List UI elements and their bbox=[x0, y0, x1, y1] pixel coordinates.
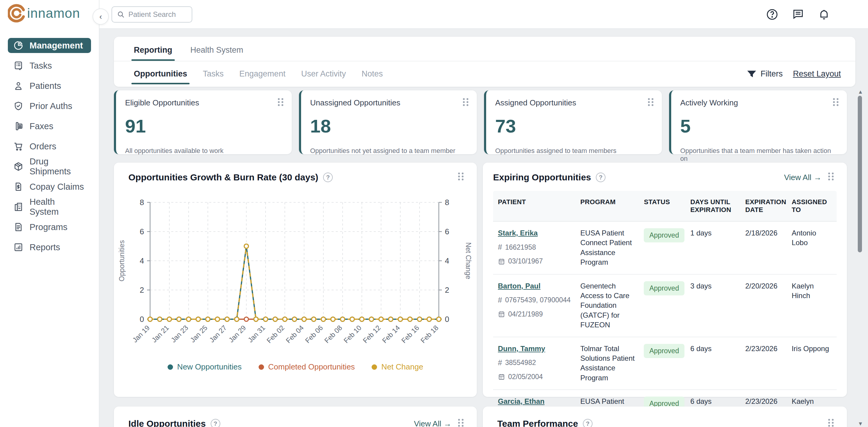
vertical-scrollbar[interactable]: ▲ ▼ bbox=[857, 89, 863, 427]
patient-name-link[interactable]: Dunn, Tammy bbox=[498, 344, 545, 353]
legend-item[interactable]: Net Change bbox=[372, 362, 423, 371]
svg-text:Opportunities: Opportunities bbox=[118, 240, 126, 282]
column-header: DAYS UNTIL EXPIRATION bbox=[685, 191, 740, 221]
idle-title: Idle Opportunities bbox=[128, 419, 206, 427]
sidebar-item-reports[interactable]: Reports bbox=[8, 240, 91, 255]
stat-description: Opportunities not yet assigned to a team… bbox=[310, 147, 468, 155]
program-cell: EUSA Patient Connect Patient Assistance … bbox=[576, 222, 639, 274]
sidebar-item-label: Health System bbox=[30, 197, 86, 217]
main-content: ReportingHealth System OpportunitiesTask… bbox=[99, 29, 868, 427]
subtab-tasks[interactable]: Tasks bbox=[203, 61, 224, 86]
program-cell: Tolmar Total Solutions Patient Assistanc… bbox=[576, 337, 639, 390]
sidebar-item-copay-claims[interactable]: Copay Claims bbox=[8, 179, 91, 194]
table-row: Stark, Erika #16621958 03/10/1967 EUSA P… bbox=[493, 222, 837, 275]
user-avatar[interactable]: AS bbox=[843, 6, 860, 23]
arrow-right-icon: → bbox=[444, 419, 452, 427]
expiring-drag-handle[interactable] bbox=[828, 172, 835, 182]
sidebar-item-prior-auths[interactable]: Prior Auths bbox=[8, 98, 91, 113]
sidebar-item-drug-shipments[interactable]: Drug Shipments bbox=[8, 159, 91, 174]
subtab-notes[interactable]: Notes bbox=[362, 61, 383, 86]
team-drag-handle[interactable] bbox=[828, 419, 835, 427]
expiring-view-all-link[interactable]: View All → bbox=[784, 173, 822, 182]
sidebar-item-label: Programs bbox=[30, 222, 67, 232]
patient-search-input[interactable] bbox=[128, 10, 183, 19]
scroll-up-arrow[interactable]: ▲ bbox=[858, 89, 863, 95]
stat-drag-handle[interactable] bbox=[278, 98, 284, 108]
view-all-label: View All bbox=[784, 173, 811, 182]
sidebar-item-programs[interactable]: Programs bbox=[8, 220, 91, 235]
topbar: 4 AS bbox=[99, 0, 868, 29]
legend-label: New Opportunities bbox=[177, 362, 242, 371]
sidebar-collapse-button[interactable]: ‹ bbox=[93, 8, 109, 25]
chart-help-icon[interactable]: ? bbox=[323, 172, 333, 182]
legend-item[interactable]: New Opportunities bbox=[167, 362, 242, 371]
patient-name-link[interactable]: Stark, Erika bbox=[498, 229, 538, 237]
reset-layout-link[interactable]: Reset Layout bbox=[793, 69, 841, 78]
chart-legend: New Opportunities Completed Opportunitie… bbox=[114, 362, 477, 371]
legend-item[interactable]: Completed Opportunities bbox=[258, 362, 355, 371]
svg-text:Jan 29: Jan 29 bbox=[227, 324, 247, 344]
scroll-down-arrow[interactable]: ▼ bbox=[858, 421, 863, 426]
filters-button[interactable]: Filters bbox=[747, 69, 783, 78]
team-performance-card: Team Performance ? bbox=[483, 406, 847, 427]
idle-drag-handle[interactable] bbox=[458, 419, 465, 427]
sidebar-item-faxes[interactable]: Faxes bbox=[8, 119, 91, 134]
sidebar-item-management[interactable]: Management bbox=[8, 38, 91, 53]
chart-drag-handle[interactable] bbox=[458, 172, 465, 182]
hash-icon: # bbox=[498, 242, 502, 252]
app-logo[interactable]: innamon bbox=[8, 4, 91, 22]
subtab-opportunities[interactable]: Opportunities bbox=[134, 61, 187, 86]
chart-title: Opportunities Growth & Burn Rate (30 day… bbox=[128, 172, 318, 183]
messages-button[interactable] bbox=[792, 8, 805, 21]
idle-view-all-link[interactable]: View All → bbox=[414, 419, 452, 427]
sidebar-item-health-system[interactable]: Health System bbox=[8, 199, 91, 215]
patient-cell: Dunn, Tammy #38554982 02/05/2004 bbox=[493, 337, 576, 390]
sidebar-item-tasks[interactable]: Tasks bbox=[8, 58, 91, 73]
help-button[interactable] bbox=[766, 8, 779, 21]
status-badge: Approved bbox=[644, 344, 684, 358]
stat-description: All opportunities available to work bbox=[125, 147, 283, 155]
sidebar-item-patients[interactable]: Patients bbox=[8, 78, 91, 93]
document-icon bbox=[13, 222, 24, 232]
notifications-button[interactable]: 4 bbox=[817, 8, 831, 21]
svg-text:Jan 21: Jan 21 bbox=[150, 324, 170, 344]
stat-title: Unassigned Opportunities bbox=[310, 98, 468, 107]
tab-health-system[interactable]: Health System bbox=[190, 45, 244, 61]
sidebar-item-orders[interactable]: Orders bbox=[8, 139, 91, 154]
idle-help-icon[interactable]: ? bbox=[211, 419, 220, 427]
status-cell: Approved bbox=[639, 222, 685, 274]
tab-reporting[interactable]: Reporting bbox=[134, 45, 173, 61]
table-row: Dunn, Tammy #38554982 02/05/2004 Tolmar … bbox=[493, 337, 837, 390]
stat-drag-handle[interactable] bbox=[463, 98, 470, 108]
team-help-icon[interactable]: ? bbox=[583, 419, 592, 427]
legend-label: Net Change bbox=[381, 362, 423, 371]
svg-text:2: 2 bbox=[445, 286, 449, 295]
person-icon bbox=[13, 81, 24, 91]
subtab-engagement[interactable]: Engagement bbox=[239, 61, 285, 86]
legend-dot bbox=[372, 364, 377, 370]
subtab-user-activity[interactable]: User Activity bbox=[301, 61, 346, 86]
sidebar-item-label: Prior Auths bbox=[30, 101, 72, 111]
patient-name-link[interactable]: Barton, Paul bbox=[498, 282, 540, 290]
patient-ids: 16621958 bbox=[505, 243, 536, 252]
column-header: PATIENT bbox=[493, 191, 576, 221]
svg-text:Jan 25: Jan 25 bbox=[189, 324, 209, 344]
legend-dot bbox=[167, 364, 173, 370]
patient-search[interactable] bbox=[112, 6, 192, 23]
sidebar-item-label: Patients bbox=[30, 81, 61, 91]
assigned-cell: Iris Oppong bbox=[787, 337, 837, 390]
notification-badge: 4 bbox=[825, 13, 835, 24]
calendar-icon bbox=[498, 310, 505, 318]
hash-icon: # bbox=[498, 358, 502, 368]
scrollbar-thumb[interactable] bbox=[858, 96, 862, 252]
expiring-help-icon[interactable]: ? bbox=[596, 172, 606, 182]
stat-drag-handle[interactable] bbox=[833, 98, 840, 108]
patient-ids: 38554982 bbox=[505, 358, 536, 367]
status-cell: Approved bbox=[639, 275, 685, 337]
column-header: ASSIGNED TO bbox=[787, 191, 837, 221]
status-badge: Approved bbox=[644, 281, 684, 295]
patient-name-link[interactable]: Garcia, Ethan bbox=[498, 397, 545, 405]
hash-icon: # bbox=[498, 295, 502, 305]
stat-card-actively-working: Actively Working 5 Opportunities that a … bbox=[669, 90, 847, 154]
stat-drag-handle[interactable] bbox=[648, 98, 655, 108]
